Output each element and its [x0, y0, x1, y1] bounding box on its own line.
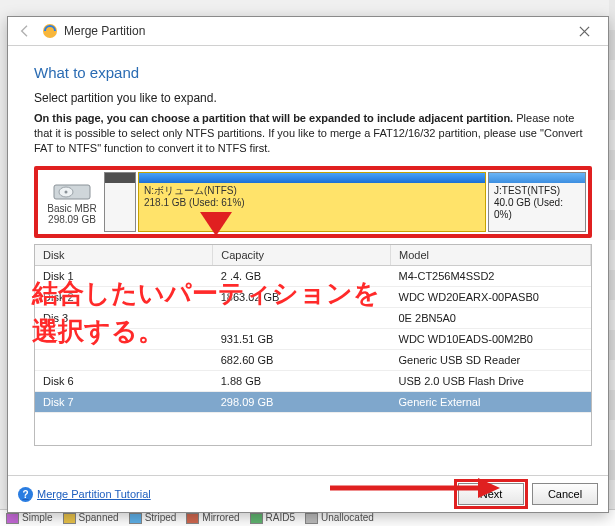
col-model[interactable]: Model [391, 245, 591, 266]
cell-capacity: 931.51 GB [213, 328, 391, 349]
partition-selected-size: 218.1 GB (Used: 61%) [144, 197, 480, 209]
content-area: What to expand Select partition you like… [8, 46, 608, 475]
legend-item: Unallocated [305, 512, 374, 524]
cell-model: 0E 2BN5A0 [391, 307, 591, 328]
annotation-arrow-down-icon [200, 212, 232, 236]
cell-capacity: 1863.02 GB [213, 286, 391, 307]
next-button[interactable]: Next [458, 483, 524, 505]
cell-disk: Disk 7 [35, 391, 213, 412]
partition-small[interactable] [104, 172, 136, 232]
cell-model: M4-CT256M4SSD2 [391, 265, 591, 286]
cell-disk [35, 328, 213, 349]
partition-other[interactable]: J:TEST(NTFS) 40.0 GB (Used: 0%) [488, 172, 586, 232]
table-row[interactable]: Dis 30E 2BN5A0 [35, 307, 591, 328]
intro-text: Select partition you like to expand. [34, 91, 592, 105]
table-row[interactable]: Disk 7298.09 GBGeneric External [35, 391, 591, 412]
table-header-row: Disk Capacity Model [35, 245, 591, 266]
disk-thumbnail: Basic MBR 298.09 GB [40, 172, 104, 232]
partition-selected-name: N:ボリューム(NTFS) [144, 185, 480, 197]
page-heading: What to expand [34, 64, 592, 81]
back-button[interactable] [14, 20, 36, 42]
cell-model: USB 2.0 USB Flash Drive [391, 370, 591, 391]
app-icon [42, 23, 58, 39]
help-link[interactable]: ? Merge Partition Tutorial [18, 487, 151, 502]
note-bold: On this page, you can choose a partition… [34, 112, 513, 124]
cell-capacity: 2 .4. GB [213, 265, 391, 286]
table-row[interactable]: Disk 12 .4. GBM4-CT256M4SSD2 [35, 265, 591, 286]
table-row[interactable]: Disk 61.88 GBUSB 2.0 USB Flash Drive [35, 370, 591, 391]
hdd-icon [52, 179, 92, 203]
help-icon: ? [18, 487, 33, 502]
disk-table: Disk Capacity Model Disk 12 .4. GBM4-CT2… [35, 245, 591, 413]
cell-disk [35, 349, 213, 370]
legend-item: Striped [129, 512, 177, 524]
cell-capacity: 682.60 GB [213, 349, 391, 370]
cell-capacity: 298.09 GB [213, 391, 391, 412]
titlebar: Merge Partition [8, 17, 608, 46]
legend-item: Mirrored [186, 512, 239, 524]
cell-disk: Dis 3 [35, 307, 213, 328]
disk-thumb-line1: Basic MBR [47, 203, 96, 214]
help-link-label: Merge Partition Tutorial [37, 488, 151, 500]
background-edge [609, 0, 615, 526]
partition-map: N:ボリューム(NTFS) 218.1 GB (Used: 61%) J:TES… [104, 172, 586, 232]
partition-other-size: 40.0 GB (Used: 0%) [494, 197, 580, 221]
cancel-button[interactable]: Cancel [532, 483, 598, 505]
cell-model: Generic External [391, 391, 591, 412]
legend-item: RAID5 [250, 512, 295, 524]
cell-model: Generic USB SD Reader [391, 349, 591, 370]
table-row[interactable]: Disk 21863.02 GBWDC WD20EARX-00PASB0 [35, 286, 591, 307]
dialog-footer: ? Merge Partition Tutorial Next Cancel [8, 475, 608, 512]
diskmap-highlight: Basic MBR 298.09 GB N:ボリューム(NTFS) 218.1 … [34, 166, 592, 238]
disk-table-wrap: Disk Capacity Model Disk 12 .4. GBM4-CT2… [34, 244, 592, 446]
note-text: On this page, you can choose a partition… [34, 111, 592, 156]
window-title: Merge Partition [64, 24, 145, 38]
cell-disk: Disk 6 [35, 370, 213, 391]
cell-model: WDC WD20EARX-00PASB0 [391, 286, 591, 307]
col-capacity[interactable]: Capacity [213, 245, 391, 266]
cell-disk: Disk 1 [35, 265, 213, 286]
svg-point-3 [65, 190, 68, 193]
table-row[interactable]: 682.60 GBGeneric USB SD Reader [35, 349, 591, 370]
disk-thumb-line2: 298.09 GB [48, 214, 96, 225]
close-button[interactable] [566, 20, 602, 42]
legend-item: Simple [6, 512, 53, 524]
partition-selected[interactable]: N:ボリューム(NTFS) 218.1 GB (Used: 61%) [138, 172, 486, 232]
partition-other-name: J:TEST(NTFS) [494, 185, 580, 197]
cell-disk: Disk 2 [35, 286, 213, 307]
cell-capacity: 1.88 GB [213, 370, 391, 391]
cell-capacity [213, 307, 391, 328]
col-disk[interactable]: Disk [35, 245, 213, 266]
table-row[interactable]: 931.51 GBWDC WD10EADS-00M2B0 [35, 328, 591, 349]
legend-item: Spanned [63, 512, 119, 524]
dialog-window: Merge Partition What to expand Select pa… [7, 16, 609, 513]
cell-model: WDC WD10EADS-00M2B0 [391, 328, 591, 349]
